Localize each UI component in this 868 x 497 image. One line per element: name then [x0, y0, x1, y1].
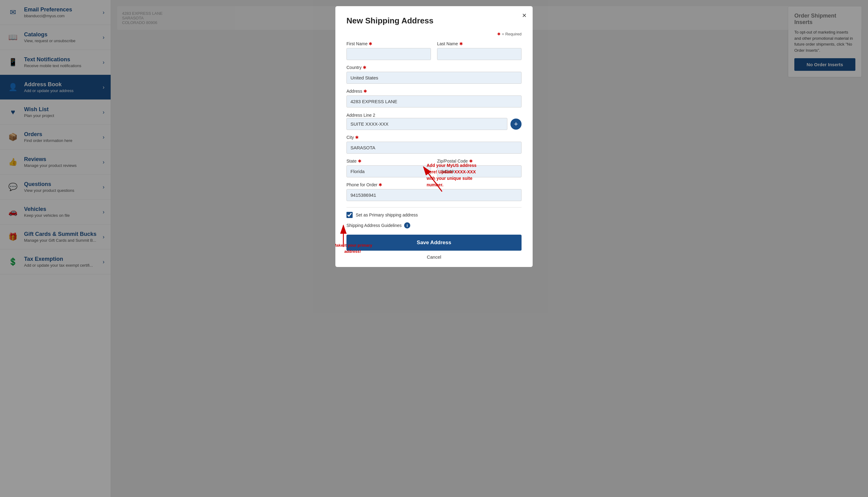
country-label: Country ✱: [346, 65, 522, 70]
modal-overlay: × New Shipping Address ✱ = Required Firs…: [0, 0, 868, 497]
zip-input[interactable]: [437, 165, 522, 178]
shipping-address-modal: × New Shipping Address ✱ = Required Firs…: [335, 6, 533, 267]
country-input[interactable]: [346, 72, 522, 84]
address-group: Address ✱: [346, 89, 522, 108]
save-address-button[interactable]: Save Address: [346, 235, 522, 251]
zip-group: Zip/Postal Code ✱: [437, 159, 522, 178]
address-input[interactable]: [346, 96, 522, 108]
required-star: ✱: [497, 32, 500, 36]
guidelines-row: Shipping Address Guidelines i: [346, 222, 522, 228]
guidelines-info-icon[interactable]: i: [404, 222, 410, 228]
cancel-link[interactable]: Cancel: [346, 254, 522, 259]
address2-group: Address Line 2 +: [346, 112, 522, 130]
state-group: State ✱: [346, 159, 431, 178]
phone-input[interactable]: [346, 189, 522, 201]
country-group: Country ✱: [346, 65, 522, 84]
guidelines-label: Shipping Address Guidelines: [346, 223, 402, 228]
state-label: State ✱: [346, 159, 431, 164]
address2-input[interactable]: [346, 118, 507, 130]
primary-checkbox[interactable]: [346, 212, 353, 218]
primary-checkbox-label[interactable]: Set as Primary shipping address: [356, 212, 418, 217]
city-label: City ✱: [346, 135, 522, 140]
first-name-input[interactable]: [346, 48, 431, 60]
state-zip-row: State ✱ Zip/Postal Code ✱: [346, 159, 522, 178]
first-name-label: First Name ✱: [346, 41, 431, 46]
phone-group: Phone for Order ✱: [346, 182, 522, 201]
primary-checkbox-row: Set as Primary shipping address: [346, 212, 522, 218]
address-label: Address ✱: [346, 89, 522, 94]
state-input[interactable]: [346, 165, 431, 178]
required-note: ✱ = Required: [346, 32, 522, 36]
address2-row: +: [346, 118, 522, 130]
modal-close-button[interactable]: ×: [522, 11, 526, 20]
address2-label: Address Line 2: [346, 113, 375, 118]
city-input[interactable]: [346, 142, 522, 154]
first-name-group: First Name ✱: [346, 41, 431, 60]
phone-label: Phone for Order ✱: [346, 182, 522, 187]
city-group: City ✱: [346, 135, 522, 154]
add-address-line-button[interactable]: +: [510, 118, 522, 130]
last-name-input[interactable]: [437, 48, 522, 60]
last-name-group: Last Name ✱: [437, 41, 522, 60]
modal-title: New Shipping Address: [346, 16, 522, 26]
last-name-label: Last Name ✱: [437, 41, 522, 46]
name-row: First Name ✱ Last Name ✱: [346, 41, 522, 60]
zip-label: Zip/Postal Code ✱: [437, 159, 522, 164]
